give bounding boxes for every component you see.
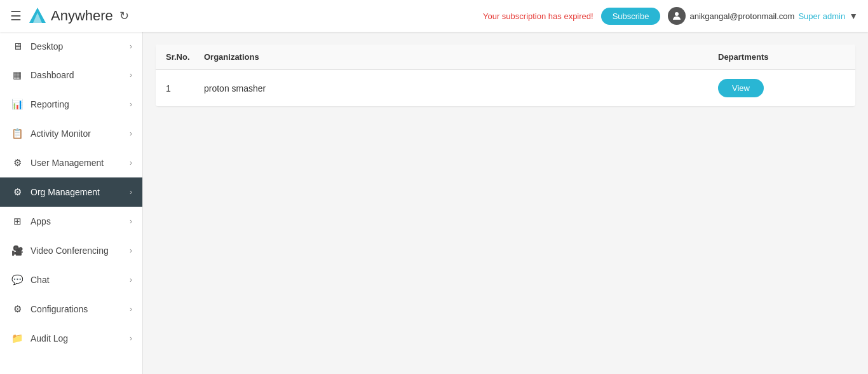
sidebar-label-user-management: User Management (31, 158, 130, 168)
reporting-icon: 📊 (10, 99, 24, 110)
activity-monitor-icon: 📋 (10, 128, 24, 139)
main-content: Sr.No. Organizations Departments 1 proto… (143, 32, 868, 374)
sidebar-item-configurations[interactable]: ⚙Configurations› (0, 294, 142, 324)
chevron-icon-video-conferencing: › (130, 246, 132, 255)
col-org-header: Organizations (204, 52, 718, 62)
sidebar-label-desktop: Desktop (31, 41, 130, 52)
hamburger-icon[interactable]: ☰ (10, 8, 22, 24)
svg-point-2 (675, 12, 679, 16)
sidebar-item-video-conferencing[interactable]: 🎥Video Conferencing› (0, 236, 142, 265)
layout: 🖥Desktop›▦Dashboard›📊Reporting›📋Activity… (0, 32, 868, 374)
sidebar-label-org-management: Org Management (31, 187, 130, 197)
cell-organization: proton smasher (204, 83, 718, 94)
subscription-warning: Your subscription has expired! (483, 11, 593, 21)
desktop-icon: 🖥 (10, 41, 24, 52)
col-dept-header: Departments (718, 52, 845, 62)
sidebar-label-apps: Apps (31, 216, 130, 226)
header-right: Your subscription has expired! Subscribe… (483, 7, 858, 25)
cell-departments: View (718, 79, 845, 97)
view-button[interactable]: View (718, 79, 764, 97)
apps-icon: ⊞ (10, 216, 24, 227)
sidebar-item-dashboard[interactable]: ▦Dashboard› (0, 60, 142, 90)
org-management-icon: ⚙ (10, 186, 24, 198)
sidebar-item-desktop[interactable]: 🖥Desktop› (0, 32, 142, 60)
user-dropdown-icon[interactable]: ▼ (849, 11, 858, 21)
chevron-icon-configurations: › (130, 305, 132, 314)
sidebar-label-activity-monitor: Activity Monitor (31, 128, 130, 139)
org-table: Sr.No. Organizations Departments 1 proto… (156, 45, 855, 106)
subscribe-button[interactable]: Subscribe (601, 8, 661, 25)
refresh-icon[interactable]: ↻ (119, 9, 129, 23)
audit-log-icon: 📁 (10, 333, 24, 344)
sidebar-item-audit-log[interactable]: 📁Audit Log› (0, 324, 142, 353)
sidebar: 🖥Desktop›▦Dashboard›📊Reporting›📋Activity… (0, 32, 143, 374)
chat-icon: 💬 (10, 274, 24, 286)
chevron-icon-reporting: › (130, 100, 132, 109)
cell-srno: 1 (166, 83, 204, 94)
user-avatar-icon (668, 7, 686, 25)
header: ☰ Anywhere ↻ Your subscription has expir… (0, 0, 868, 32)
table-row: 1 proton smasher View (156, 70, 855, 106)
chevron-icon-desktop: › (130, 42, 132, 51)
video-conferencing-icon: 🎥 (10, 245, 24, 256)
user-email: anikgangal@protonmail.com (689, 11, 794, 21)
logo-area: Anywhere ↻ (28, 6, 129, 25)
chevron-icon-activity-monitor: › (130, 129, 132, 138)
dashboard-icon: ▦ (10, 69, 24, 81)
sidebar-item-activity-monitor[interactable]: 📋Activity Monitor› (0, 119, 142, 148)
chevron-icon-dashboard: › (130, 71, 132, 80)
sidebar-item-org-management[interactable]: ⚙Org Management› (0, 177, 142, 207)
chevron-icon-org-management: › (130, 188, 132, 197)
sidebar-item-user-management[interactable]: ⚙User Management› (0, 148, 142, 177)
logo-icon (28, 6, 47, 25)
sidebar-label-video-conferencing: Video Conferencing (31, 246, 130, 256)
user-role: Super admin (798, 11, 845, 21)
chevron-icon-user-management: › (130, 158, 132, 167)
sidebar-item-reporting[interactable]: 📊Reporting› (0, 90, 142, 119)
sidebar-label-configurations: Configurations (31, 304, 130, 314)
sidebar-label-audit-log: Audit Log (31, 333, 130, 343)
configurations-icon: ⚙ (10, 303, 24, 315)
chevron-icon-chat: › (130, 275, 132, 284)
sidebar-label-reporting: Reporting (31, 99, 130, 109)
table-header: Sr.No. Organizations Departments (156, 45, 855, 70)
sidebar-item-apps[interactable]: ⊞Apps› (0, 207, 142, 236)
user-area[interactable]: anikgangal@protonmail.com Super admin ▼ (668, 7, 858, 25)
sidebar-label-chat: Chat (31, 275, 130, 285)
header-left: ☰ Anywhere ↻ (10, 6, 483, 25)
sidebar-label-dashboard: Dashboard (31, 70, 130, 80)
sidebar-item-chat[interactable]: 💬Chat› (0, 265, 142, 294)
col-srno-header: Sr.No. (166, 52, 204, 62)
user-management-icon: ⚙ (10, 157, 24, 169)
logo-text: Anywhere (51, 8, 113, 24)
chevron-icon-apps: › (130, 217, 132, 226)
chevron-icon-audit-log: › (130, 334, 132, 343)
